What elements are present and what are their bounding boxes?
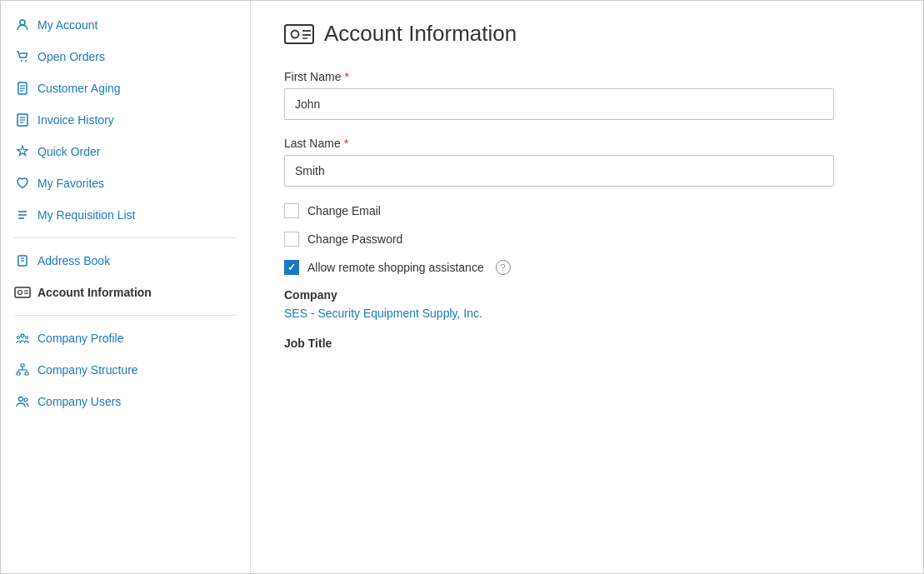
- sidebar-item-company-structure[interactable]: Company Structure: [1, 354, 250, 386]
- sidebar-item-my-requisition-list[interactable]: My Requisition List: [1, 199, 250, 231]
- svg-point-22: [17, 337, 20, 339]
- sidebar-item-my-favorites[interactable]: My Favorites: [1, 167, 250, 199]
- svg-point-21: [21, 334, 24, 337]
- sidebar-item-account-information[interactable]: Account Information: [1, 277, 250, 308]
- company-icon: [14, 330, 31, 347]
- svg-point-2: [25, 60, 27, 62]
- sidebar: My Account Open Orders Cust: [1, 1, 251, 573]
- first-name-label: First Name*: [284, 70, 890, 83]
- svg-point-32: [24, 398, 27, 402]
- svg-point-31: [19, 397, 23, 402]
- sidebar-item-address-book[interactable]: Address Book: [1, 245, 250, 277]
- sidebar-item-customer-aging[interactable]: Customer Aging: [1, 72, 250, 104]
- last-name-label: Last Name*: [284, 137, 890, 150]
- change-password-checkbox[interactable]: [284, 232, 299, 247]
- page-container: My Account Open Orders Cust: [0, 0, 924, 574]
- sidebar-divider-1: [14, 237, 237, 238]
- address-icon: [14, 252, 31, 269]
- required-indicator: *: [344, 70, 348, 83]
- change-password-label: Change Password: [307, 232, 402, 246]
- change-password-row: Change Password: [284, 232, 890, 247]
- svg-point-23: [26, 337, 28, 339]
- quick-icon: [14, 143, 31, 160]
- required-indicator-2: *: [344, 137, 348, 150]
- structure-icon: [14, 362, 31, 378]
- svg-point-0: [20, 20, 25, 25]
- job-title-label: Job Title: [284, 337, 890, 350]
- sidebar-item-open-orders[interactable]: Open Orders: [1, 41, 250, 72]
- company-group: Company SES - Security Equipment Supply,…: [284, 288, 890, 320]
- invoice-icon: [14, 112, 31, 128]
- person-icon: [14, 17, 31, 33]
- list-icon: [14, 207, 31, 223]
- job-title-group: Job Title: [284, 337, 890, 350]
- first-name-group: First Name*: [284, 70, 890, 120]
- page-title-icon: [284, 22, 314, 46]
- document-icon: [14, 80, 31, 97]
- users-icon: [14, 393, 31, 410]
- svg-rect-25: [17, 372, 20, 375]
- page-title: Account Information: [324, 21, 517, 47]
- id-card-icon: [14, 284, 31, 301]
- first-name-input[interactable]: [284, 88, 834, 120]
- change-email-label: Change Email: [307, 204, 381, 217]
- help-icon[interactable]: ?: [496, 260, 511, 275]
- heart-icon: [14, 175, 31, 192]
- remote-shopping-checkbox[interactable]: [284, 260, 299, 275]
- sidebar-divider-2: [14, 315, 237, 316]
- svg-point-1: [21, 60, 22, 62]
- remote-shopping-label: Allow remote shopping assistance: [307, 261, 484, 274]
- sidebar-item-company-users[interactable]: Company Users: [1, 386, 250, 417]
- change-email-checkbox[interactable]: [284, 203, 299, 218]
- sidebar-item-company-profile[interactable]: Company Profile: [1, 322, 250, 354]
- company-value: SES - Security Equipment Supply, Inc.: [284, 307, 890, 320]
- page-header: Account Information: [284, 21, 890, 47]
- svg-rect-24: [21, 364, 24, 367]
- sidebar-item-invoice-history[interactable]: Invoice History: [1, 104, 250, 136]
- last-name-input[interactable]: [284, 155, 834, 187]
- remote-shopping-row: Allow remote shopping assistance ?: [284, 260, 890, 275]
- svg-rect-26: [25, 372, 28, 375]
- main-content: Account Information First Name* Last Nam…: [251, 1, 923, 573]
- svg-point-18: [18, 291, 22, 295]
- sidebar-item-quick-order[interactable]: Quick Order: [1, 136, 250, 167]
- sidebar-item-my-account[interactable]: My Account: [1, 9, 250, 41]
- svg-point-34: [292, 30, 299, 37]
- cart-icon: [14, 48, 31, 65]
- last-name-group: Last Name*: [284, 137, 890, 187]
- change-email-row: Change Email: [284, 203, 890, 218]
- company-label: Company: [284, 288, 890, 302]
